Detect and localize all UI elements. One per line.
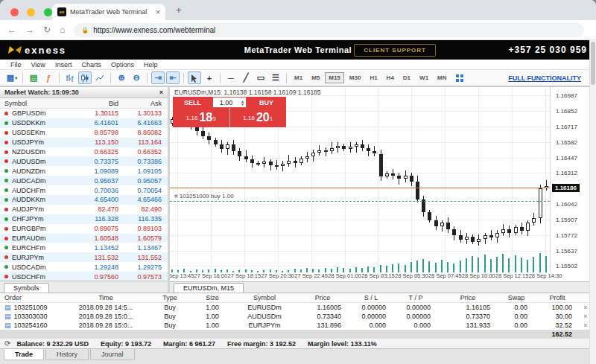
order-symbol: EURUSDm xyxy=(232,304,297,311)
new-order-icon[interactable]: ▤ xyxy=(27,71,40,84)
market-watch-row-AUDNZDm[interactable]: AUDNZDm1.090891.09105 xyxy=(0,166,168,176)
market-watch-row-AUDCADm[interactable]: AUDCADm0.950370.95057 xyxy=(0,176,168,185)
sell-price[interactable]: 1.16 18 5 xyxy=(173,108,229,127)
browser-tab[interactable]: ex MetaTrader Web Terminal × xyxy=(52,4,165,20)
buy-price[interactable]: 1.16 20 1 xyxy=(230,108,287,127)
tab-symbols[interactable]: Symbols xyxy=(4,283,49,293)
menu-item-help[interactable]: Help xyxy=(144,61,158,68)
exness-logo-mark-2 xyxy=(15,46,22,54)
timeframe-m5[interactable]: M5 xyxy=(308,72,323,83)
buy-button[interactable]: BUY xyxy=(247,97,286,108)
market-watch-row-NZDUSDm[interactable]: NZDUSDm0.663250.66352 xyxy=(0,147,168,157)
new-chart-icon[interactable]: ▦▾ xyxy=(5,71,19,84)
market-watch-row-AUDDKKm[interactable]: AUDDKKm4.654004.65466 xyxy=(0,195,168,205)
address-bar[interactable]: 🔒 https://www.exness.com/webterminal xyxy=(74,23,584,37)
market-watch-row-EURAUDm[interactable]: EURAUDm1.605481.60579 xyxy=(0,234,168,243)
client-support-button[interactable]: CLIENT SUPPORT xyxy=(354,44,436,57)
volume-stepper[interactable]: 1.00 ▲▼ xyxy=(212,97,247,108)
market-watch-row-EURJPYm[interactable]: EURJPYm131.532131.552 xyxy=(0,252,168,262)
order-row-103303030[interactable]: ▤1033030302018.09.28 15:0...Buy1.00AUDUS… xyxy=(0,312,596,321)
new-tab-button[interactable]: + xyxy=(176,4,182,16)
timeframe-w1[interactable]: W1 xyxy=(416,72,432,83)
timeframe-m1[interactable]: M1 xyxy=(291,72,306,83)
sell-button[interactable]: SELL xyxy=(173,97,212,108)
crosshair-icon[interactable]: + xyxy=(203,71,216,84)
menu-item-charts[interactable]: Charts xyxy=(81,61,101,68)
ask-value: 116.335 xyxy=(118,215,162,223)
maximize-window-button[interactable] xyxy=(44,8,52,16)
zoom-out-icon[interactable]: ⊖ xyxy=(130,71,143,84)
full-functionality-link[interactable]: FULL FUNCTIONALITY xyxy=(508,74,581,82)
tab-trade[interactable]: Trade xyxy=(4,349,44,360)
minimize-window-button[interactable] xyxy=(27,8,35,16)
market-watch-row-USDDKKm[interactable]: USDDKKm6.416016.41663 xyxy=(0,118,168,128)
account-equity: Equity: 9 193.72 xyxy=(101,340,151,348)
market-watch-row-AUDUSDm[interactable]: AUDUSDm0.733750.73386 xyxy=(0,156,168,166)
text-label-icon[interactable]: ▭ xyxy=(254,71,267,84)
chart-shift-icon[interactable]: ⇤ xyxy=(166,71,180,84)
tile-windows-icon[interactable] xyxy=(456,74,463,82)
indicators-icon[interactable]: ƒ xyxy=(42,71,55,84)
tab-journal[interactable]: Journal xyxy=(90,349,135,360)
menu-item-insert[interactable]: Insert xyxy=(55,61,72,68)
cursor-icon[interactable] xyxy=(188,71,201,84)
forward-icon[interactable]: → xyxy=(25,25,34,35)
timeframe-m15[interactable]: M15 xyxy=(325,72,344,83)
candlestick-chart-icon[interactable] xyxy=(78,71,92,84)
market-watch-row-AUDJPYm[interactable]: AUDJPYm82.47082.490 xyxy=(0,205,168,214)
price-axis-label: 1.15907 xyxy=(556,217,577,223)
zoom-in-icon[interactable]: ⊕ xyxy=(115,71,128,84)
market-watch-row-EURCHFm[interactable]: EURCHFm1.134521.13467 xyxy=(0,243,168,252)
timeframe-d1[interactable]: D1 xyxy=(399,72,414,83)
symbol-label: AUDJPYm xyxy=(12,205,44,213)
tab-history[interactable]: History xyxy=(45,349,89,360)
menu-item-view[interactable]: View xyxy=(31,61,45,68)
orders-rows: ▤1032510092018.09.28 14:5...Buy1.00EURUS… xyxy=(0,303,596,330)
timeframe-m30[interactable]: M30 xyxy=(346,72,365,83)
market-watch-row-USDCHFm[interactable]: USDCHFm0.975600.97573 xyxy=(0,272,168,281)
orders-header: OrderTimeTypeSizeSymbolPriceS / LT / PPr… xyxy=(0,293,596,303)
order-tp: 0.000 xyxy=(393,322,438,329)
page-scrollbar[interactable] xyxy=(589,40,596,364)
market-watch-row-EURGBPm[interactable]: EURGBPm0.890750.89103 xyxy=(0,224,168,234)
close-tab-icon[interactable]: × xyxy=(156,8,160,16)
exness-logo[interactable]: exness xyxy=(9,45,66,56)
back-icon[interactable]: ← xyxy=(7,25,16,35)
market-watch-row-USDCADm[interactable]: USDCADm1.292481.29275 xyxy=(0,262,168,272)
symbol-label: USDDKKm xyxy=(12,119,45,127)
current-price-badge: 1.16186 xyxy=(552,184,580,192)
market-watch-close-icon[interactable]: × xyxy=(159,89,163,96)
ask-value: 1.29275 xyxy=(118,264,162,271)
order-row-103254160[interactable]: ▤1032541602018.09.28 15:0...Buy1.00EURJP… xyxy=(0,321,596,330)
timeframe-mn[interactable]: MN xyxy=(434,72,450,83)
price-axis-label: 1.16987 xyxy=(556,92,577,99)
market-watch-row-AUDCHFm[interactable]: AUDCHFm0.700360.70054 xyxy=(0,185,168,195)
timeframe-h4[interactable]: H4 xyxy=(383,72,398,83)
open-order-line[interactable] xyxy=(170,201,550,202)
trend-up-icon xyxy=(4,169,8,173)
market-watch-row-USDSEKm[interactable]: USDSEKm8.857988.86082 xyxy=(0,128,168,138)
order-row-103251009[interactable]: ▤1032510092018.09.28 14:5...Buy1.00EURUS… xyxy=(0,303,596,312)
menu-item-options[interactable]: Options xyxy=(111,61,134,68)
order-profit: 30.00 xyxy=(535,313,580,320)
line-chart-icon[interactable] xyxy=(93,71,107,84)
tab-chart-eurusd[interactable]: EURUSDm, M15 xyxy=(174,283,244,293)
home-icon[interactable]: ⌂ xyxy=(60,25,65,35)
close-window-button[interactable] xyxy=(10,8,19,16)
volume-spinner-icons[interactable]: ▲▼ xyxy=(239,100,246,106)
bar-chart-icon[interactable] xyxy=(63,71,77,84)
scrollbar-thumb[interactable] xyxy=(591,42,595,85)
trend-down-icon xyxy=(4,141,8,144)
market-watch-row-GBPUSDm[interactable]: GBPUSDm1.301151.30133 xyxy=(0,109,168,118)
ssl-lock-icon: 🔒 xyxy=(81,27,89,33)
menu-item-file[interactable]: File xyxy=(10,61,22,68)
market-watch-row-USDJPYm[interactable]: USDJPYm113.150113.164 xyxy=(0,138,168,147)
reload-icon[interactable]: ↻ xyxy=(43,25,51,35)
fibonacci-icon[interactable]: ☰ xyxy=(269,71,282,84)
market-watch-row-CHFJPYm[interactable]: CHFJPYm116.328116.335 xyxy=(0,214,168,224)
symbol-name: GBPUSDm xyxy=(4,109,75,117)
auto-scroll-icon[interactable]: ⇥ xyxy=(151,71,165,84)
trendline-icon[interactable]: ╱ xyxy=(239,71,253,84)
timeframe-h1[interactable]: H1 xyxy=(366,72,381,83)
horizontal-line-icon[interactable]: ─ xyxy=(224,71,238,84)
